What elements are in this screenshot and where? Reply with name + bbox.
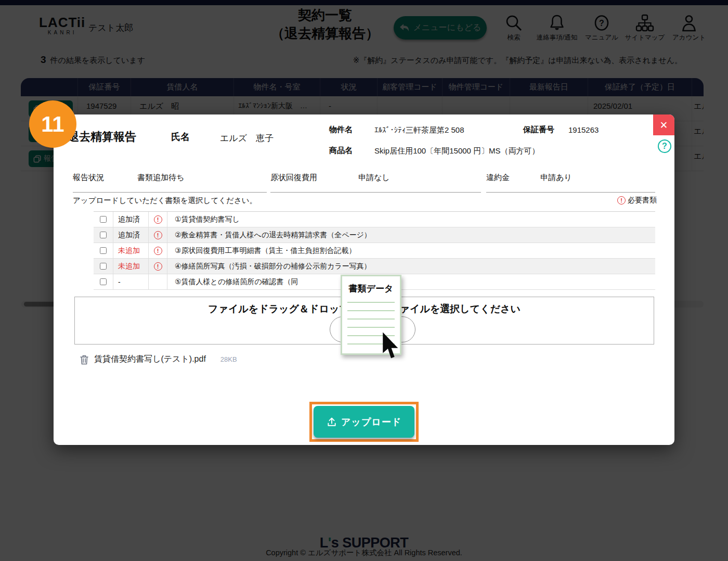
- doc-status: 未追加: [113, 243, 149, 258]
- required-cell: !: [149, 259, 167, 274]
- upload-icon: [327, 417, 337, 427]
- mouse-cursor-icon: [382, 332, 400, 359]
- doc-status: 追加済: [113, 212, 149, 227]
- upload-button[interactable]: アップロード: [314, 406, 414, 438]
- guarantee-no-label: 保証番号: [523, 125, 554, 135]
- doc-line: [347, 318, 395, 320]
- alert-icon: !: [154, 262, 162, 271]
- drag-preview-label: 書類データ: [342, 283, 400, 295]
- tenant-name-value: エルズ 恵子: [220, 132, 274, 144]
- penalty-label: 違約金: [486, 173, 510, 182]
- doc-status: 未追加: [113, 259, 149, 274]
- guarantee-no-value: 1915263: [568, 125, 599, 134]
- tenant-name-label: 氏名: [171, 131, 190, 143]
- required-cell: !: [149, 243, 167, 258]
- penalty-value: 申請あり: [540, 173, 572, 182]
- product-name-value: Skip居住用100〔年間15000 円〕MS（両方可）: [374, 146, 540, 156]
- modal-close-button[interactable]: ✕: [653, 114, 674, 135]
- doc-checkbox[interactable]: [100, 247, 107, 254]
- report-status-value: 書類追加待ち: [137, 173, 184, 182]
- report-status-label: 報告状況: [73, 173, 104, 182]
- required-docs-label: 必要書類: [628, 196, 657, 205]
- restoration-cost-value: 申請なし: [358, 173, 390, 182]
- checkbox-cell: [94, 259, 113, 274]
- moveout-settlement-report-modal: ✕ ? 退去精算報告 氏名 エルズ 恵子 物件名 ｴﾙｽﾞ･ｼﾃｨ三軒茶屋第2 …: [54, 114, 674, 445]
- checklist-row: 追加済 ! ①賃貸借契約書写し: [94, 212, 655, 227]
- doc-checkbox[interactable]: [100, 232, 107, 238]
- alert-icon: !: [617, 196, 626, 205]
- checklist-row: 未追加 ! ④修繕箇所写真（汚損・破損部分の補修公示前カラー写真）: [94, 259, 655, 274]
- doc-line: [347, 310, 395, 311]
- uploaded-file-name: 賃貸借契約書写し(テスト).pdf: [94, 354, 206, 365]
- property-name-label: 物件名: [329, 125, 353, 135]
- penalty-group: 違約金 申請あり: [486, 173, 655, 193]
- doc-label: ④修繕箇所写真（汚損・破損部分の補修公示前カラー写真）: [167, 259, 655, 274]
- alert-icon: !: [154, 215, 162, 224]
- doc-checkbox[interactable]: [100, 278, 107, 285]
- doc-status: -: [113, 274, 149, 289]
- required-cell: !: [149, 212, 167, 227]
- doc-line: [347, 302, 395, 303]
- alert-icon: !: [154, 247, 162, 255]
- uploaded-file-size: 28KB: [220, 355, 237, 363]
- checkbox-cell: [94, 227, 113, 243]
- doc-line: [347, 327, 395, 328]
- restoration-cost-group: 原状回復費用 申請なし: [270, 173, 481, 193]
- help-icon: ?: [662, 142, 667, 151]
- checkbox-cell: [94, 212, 113, 227]
- tutorial-highlight-frame: アップロード: [309, 402, 419, 442]
- tutorial-step-badge: 11: [29, 100, 76, 148]
- doc-label: ⑤賃借人様との修繕箇所の確認書（同: [167, 274, 655, 289]
- required-cell: !: [149, 227, 167, 243]
- doc-label: ③原状回復費用工事明細書（賃主・借主負担割合記載）: [167, 243, 655, 258]
- checkbox-cell: [94, 243, 113, 258]
- upload-instruction: アップロードしていただく書類を選択してください。: [73, 196, 257, 206]
- trash-icon[interactable]: [80, 354, 89, 365]
- checklist-row: 追加済 ! ②敷金精算書・賃借人様への退去時精算請求書（全ページ）: [94, 227, 655, 243]
- modal-help-button[interactable]: ?: [658, 139, 671, 153]
- restoration-cost-label: 原状回復費用: [270, 173, 317, 182]
- property-name-value: ｴﾙｽﾞ･ｼﾃｨ三軒茶屋第2 508: [374, 125, 464, 135]
- close-icon: ✕: [660, 119, 668, 131]
- doc-label: ①賃貸借契約書写し: [167, 212, 655, 227]
- doc-label: ②敷金精算書・賃借人様への退去時精算請求書（全ページ）: [167, 227, 655, 243]
- checkbox-cell: [94, 274, 113, 289]
- upload-button-label: アップロード: [341, 416, 401, 428]
- doc-checkbox[interactable]: [100, 263, 107, 270]
- checklist-row: 未追加 ! ③原状回復費用工事明細書（賃主・借主負担割合記載）: [94, 243, 655, 259]
- uploaded-file-row: 賃貸借契約書写し(テスト).pdf 28KB: [80, 354, 237, 365]
- doc-checkbox[interactable]: [100, 216, 107, 223]
- product-name-label: 商品名: [329, 146, 353, 156]
- required-cell: [149, 274, 167, 289]
- modal-title: 退去精算報告: [68, 129, 136, 145]
- report-status-group: 報告状況 書類追加待ち: [73, 173, 267, 193]
- alert-icon: !: [154, 231, 162, 239]
- app-screen: LACTii KANRI テスト太郎 契約一覧 （退去精算報告） メニューにもど…: [0, 0, 728, 561]
- step-number: 11: [41, 112, 64, 137]
- required-docs-legend: ! 必要書類: [617, 196, 657, 205]
- doc-status: 追加済: [113, 227, 149, 243]
